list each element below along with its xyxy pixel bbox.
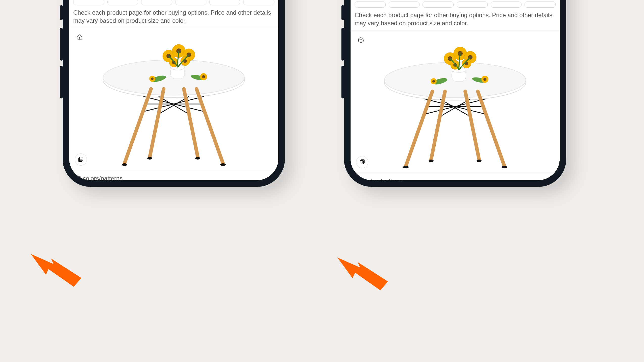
- search-results[interactable]: Check each product page for other buying…: [69, 0, 278, 180]
- annotation-arrow-icon: [31, 254, 81, 287]
- product-card[interactable]: + +2 colors/patterns Sponsored Round Whi…: [69, 28, 278, 180]
- svg-marker-44: [363, 40, 364, 41]
- filter-chip[interactable]: [107, 0, 138, 5]
- product-meta: +2 colors/patterns Sponsored Round White…: [351, 172, 560, 180]
- filter-chip[interactable]: [457, 2, 488, 8]
- filter-chip[interactable]: [525, 2, 556, 8]
- filter-chip[interactable]: [389, 2, 420, 8]
- svg-point-18: [147, 157, 152, 160]
- search-results[interactable]: Check each product page for other buying…: [351, 2, 560, 180]
- product-illustration: [95, 38, 252, 170]
- svg-line-15: [184, 89, 198, 157]
- svg-marker-2: [79, 34, 80, 35]
- results-notice: Check each product page for other buying…: [69, 7, 278, 28]
- svg-point-17: [220, 163, 226, 166]
- svg-text:+: +: [80, 158, 82, 161]
- filter-chip[interactable]: [491, 2, 522, 8]
- product-illustration: [377, 41, 533, 172]
- comparison-stage: Check each product page for other buying…: [0, 0, 644, 362]
- phone-side-button: [341, 5, 344, 20]
- svg-point-35: [151, 77, 154, 80]
- svg-marker-4: [82, 37, 83, 38]
- svg-point-59: [477, 160, 482, 162]
- svg-line-14: [150, 89, 164, 157]
- phone-side-button: [60, 28, 63, 61]
- svg-point-75: [432, 80, 435, 83]
- more-choices-icon[interactable]: +: [356, 156, 368, 168]
- svg-line-53: [478, 91, 504, 166]
- phone-side-button: [60, 66, 63, 98]
- more-choices-icon[interactable]: +: [75, 153, 87, 166]
- 3d-view-icon[interactable]: [75, 33, 84, 42]
- filter-chip[interactable]: [423, 2, 454, 8]
- svg-line-55: [465, 91, 479, 160]
- svg-point-76: [483, 78, 486, 81]
- svg-line-13: [196, 89, 223, 163]
- svg-point-56: [403, 166, 409, 168]
- filter-chip-row: [69, 0, 278, 7]
- svg-marker-43: [358, 40, 359, 41]
- svg-line-52: [406, 91, 432, 166]
- svg-marker-42: [360, 37, 361, 38]
- 3d-view-icon[interactable]: [356, 35, 366, 45]
- svg-line-12: [125, 89, 151, 163]
- filter-chip[interactable]: [209, 0, 240, 5]
- phone-side-button: [341, 28, 344, 61]
- phone-mock-right: Check each product page for other buying…: [344, 0, 566, 187]
- svg-marker-80: [31, 254, 81, 287]
- filter-chip[interactable]: [73, 0, 104, 5]
- svg-marker-81: [337, 257, 388, 290]
- product-meta: +2 colors/patterns Sponsored Round White…: [69, 170, 278, 180]
- product-image[interactable]: +: [351, 31, 560, 172]
- svg-point-16: [122, 163, 127, 166]
- phone-screen: Check each product page for other buying…: [351, 0, 560, 180]
- filter-chip[interactable]: [355, 2, 386, 8]
- svg-point-36: [202, 75, 205, 78]
- svg-line-54: [431, 91, 445, 160]
- phone-mock-left: Check each product page for other buying…: [63, 0, 285, 187]
- product-image[interactable]: +: [69, 28, 278, 170]
- filter-chip[interactable]: [243, 0, 274, 5]
- results-notice: Check each product page for other buying…: [351, 10, 560, 31]
- product-card[interactable]: + +2 colors/patterns Sponsored Round Whi…: [351, 31, 560, 180]
- filter-chip-row: [351, 2, 560, 10]
- phone-screen: Check each product page for other buying…: [69, 0, 278, 180]
- svg-point-57: [502, 166, 507, 168]
- filter-chip[interactable]: [175, 0, 206, 5]
- variant-options-link[interactable]: +2 colors/patterns: [74, 173, 122, 180]
- svg-point-58: [429, 160, 434, 162]
- phone-side-button: [60, 5, 63, 20]
- variant-options-link[interactable]: +2 colors/patterns: [356, 175, 404, 180]
- svg-text:+: +: [361, 161, 363, 164]
- phone-side-button: [341, 66, 344, 98]
- annotation-arrow-icon: [337, 257, 388, 290]
- svg-point-19: [195, 157, 200, 160]
- svg-marker-3: [77, 37, 77, 38]
- filter-chip[interactable]: [141, 0, 172, 5]
